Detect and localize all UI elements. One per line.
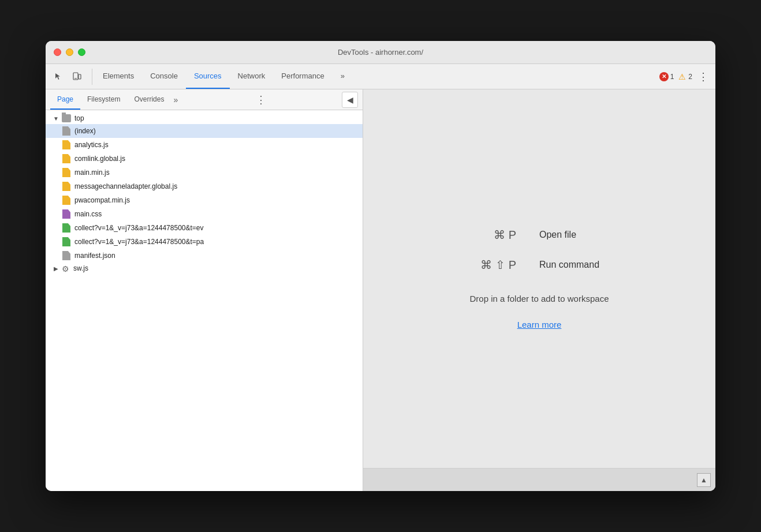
tree-item-collect-ev[interactable]: collect?v=1&_v=j73&a=1244478500&t=ev bbox=[46, 221, 363, 235]
tab-performance[interactable]: Performance bbox=[273, 64, 332, 89]
main-tabs: Elements Console Sources Network Perform… bbox=[95, 64, 659, 89]
warning-badge[interactable]: ⚠ 2 bbox=[677, 72, 692, 81]
tree-item-label: main.css bbox=[74, 210, 102, 218]
tree-item-sw[interactable]: ▶ ⚙ sw.js bbox=[46, 263, 363, 274]
device-icon[interactable] bbox=[69, 69, 85, 85]
file-icon-green bbox=[62, 223, 71, 233]
tree-toggle-sw: ▶ bbox=[53, 265, 59, 272]
inspect-icon[interactable] bbox=[50, 69, 66, 85]
toolbar-icon-group bbox=[50, 69, 92, 85]
tree-item-label: main.min.js bbox=[74, 168, 110, 177]
panel-tab-page[interactable]: Page bbox=[50, 89, 80, 110]
shortcut-keys-run: ⌘ ⇧ P bbox=[447, 258, 516, 272]
window-title: DevTools - airhorner.com/ bbox=[338, 48, 423, 57]
p-key2: P bbox=[509, 258, 516, 272]
shortcut-open-file: ⌘ P Open file bbox=[447, 228, 632, 242]
tree-item-label: comlink.global.js bbox=[74, 155, 125, 163]
panel-menu-button[interactable]: ⋮ bbox=[256, 93, 266, 106]
tab-sources[interactable]: Sources bbox=[186, 64, 230, 89]
svg-rect-1 bbox=[79, 74, 81, 79]
cmd-symbol2: ⌘ bbox=[480, 258, 492, 272]
file-icon-gray bbox=[62, 250, 71, 261]
folder-icon bbox=[62, 114, 71, 122]
devtools-window: DevTools - airhorner.com/ Elements bbox=[46, 41, 715, 491]
tree-item-label: analytics.js bbox=[74, 141, 109, 149]
error-badge[interactable]: ✕ 1 bbox=[659, 72, 674, 81]
tree-item-messagechannel[interactable]: messagechanneladapter.global.js bbox=[46, 179, 363, 193]
file-icon-yellow bbox=[62, 195, 71, 205]
close-button[interactable] bbox=[54, 48, 61, 56]
tree-item-comlink[interactable]: comlink.global.js bbox=[46, 152, 363, 166]
tree-item-collect-pa[interactable]: collect?v=1&_v=j73&a=1244478500&t=pa bbox=[46, 235, 363, 249]
tree-item-main-min-js[interactable]: main.min.js bbox=[46, 166, 363, 179]
shortcut-keys-open: ⌘ P bbox=[447, 228, 516, 242]
file-icon-yellow bbox=[62, 153, 71, 164]
gear-icon: ⚙ bbox=[62, 264, 70, 272]
file-icon-green bbox=[62, 237, 71, 247]
run-command-label: Run command bbox=[539, 260, 632, 270]
panel-tabs: Page Filesystem Overrides » ⋮ ◀ bbox=[46, 89, 363, 110]
file-icon-yellow bbox=[62, 167, 71, 178]
tree-item-manifest[interactable]: manifest.json bbox=[46, 249, 363, 263]
tab-elements[interactable]: Elements bbox=[95, 64, 142, 89]
error-count: 1 bbox=[670, 73, 674, 81]
file-icon-gray bbox=[62, 126, 71, 136]
main-content: Page Filesystem Overrides » ⋮ ◀ bbox=[46, 89, 715, 491]
p-key: P bbox=[509, 228, 516, 242]
tree-item-label: messagechanneladapter.global.js bbox=[74, 182, 177, 190]
error-icon: ✕ bbox=[659, 72, 669, 81]
file-icon-yellow bbox=[62, 181, 71, 192]
tree-item-label: sw.js bbox=[73, 264, 88, 272]
tree-item-pwacompat[interactable]: pwacompat.min.js bbox=[46, 193, 363, 207]
titlebar: DevTools - airhorner.com/ bbox=[46, 41, 715, 64]
panel-tab-overrides[interactable]: Overrides bbox=[127, 89, 171, 110]
file-icon-yellow bbox=[62, 140, 71, 150]
tree-item-label: manifest.json bbox=[74, 252, 115, 260]
warning-icon: ⚠ bbox=[677, 72, 687, 81]
maximize-button[interactable] bbox=[78, 48, 85, 56]
toolbar-menu-button[interactable]: ⋮ bbox=[696, 70, 711, 83]
tab-console[interactable]: Console bbox=[142, 64, 186, 89]
tree-item-label: top bbox=[74, 114, 84, 122]
tree-item-top[interactable]: ▼ top bbox=[46, 113, 363, 124]
toolbar-right: ✕ 1 ⚠ 2 ⋮ bbox=[659, 70, 711, 83]
main-toolbar: Elements Console Sources Network Perform… bbox=[46, 64, 715, 89]
file-tree: ▼ top (index) analytics.js comlink. bbox=[46, 110, 363, 491]
warning-count: 2 bbox=[688, 73, 692, 81]
learn-more-link[interactable]: Learn more bbox=[517, 320, 562, 329]
panel-tab-more[interactable]: » bbox=[171, 95, 180, 104]
cmd-symbol: ⌘ bbox=[494, 228, 505, 242]
right-panel: ⌘ P Open file ⌘ ⇧ P Run command Drop in … bbox=[363, 89, 715, 491]
file-icon-purple bbox=[62, 209, 71, 219]
tree-item-index[interactable]: (index) bbox=[46, 124, 363, 138]
shift-symbol: ⇧ bbox=[495, 258, 505, 272]
tree-item-analytics[interactable]: analytics.js bbox=[46, 138, 363, 152]
right-panel-bottom: ▲ bbox=[363, 468, 715, 491]
console-drawer-button[interactable]: ▲ bbox=[697, 473, 711, 487]
panel-tab-filesystem[interactable]: Filesystem bbox=[80, 89, 127, 110]
tree-item-label: pwacompat.min.js bbox=[74, 196, 130, 204]
tree-item-label: collect?v=1&_v=j73&a=1244478500&t=pa bbox=[74, 238, 204, 246]
tab-more[interactable]: » bbox=[333, 64, 353, 89]
tab-network[interactable]: Network bbox=[230, 64, 274, 89]
minimize-button[interactable] bbox=[66, 48, 73, 56]
right-panel-content: ⌘ P Open file ⌘ ⇧ P Run command Drop in … bbox=[363, 89, 715, 468]
collapse-panel-button[interactable]: ◀ bbox=[342, 92, 358, 108]
traffic-lights bbox=[54, 48, 85, 56]
tree-item-main-css[interactable]: main.css bbox=[46, 207, 363, 221]
tree-item-label: collect?v=1&_v=j73&a=1244478500&t=ev bbox=[74, 224, 204, 232]
open-file-label: Open file bbox=[539, 230, 632, 240]
tree-item-label: (index) bbox=[74, 127, 96, 135]
tree-toggle-top: ▼ bbox=[53, 115, 59, 122]
left-panel: Page Filesystem Overrides » ⋮ ◀ bbox=[46, 89, 363, 491]
drop-workspace-text: Drop in a folder to add to workspace bbox=[470, 294, 609, 304]
shortcut-run-command: ⌘ ⇧ P Run command bbox=[447, 258, 632, 272]
